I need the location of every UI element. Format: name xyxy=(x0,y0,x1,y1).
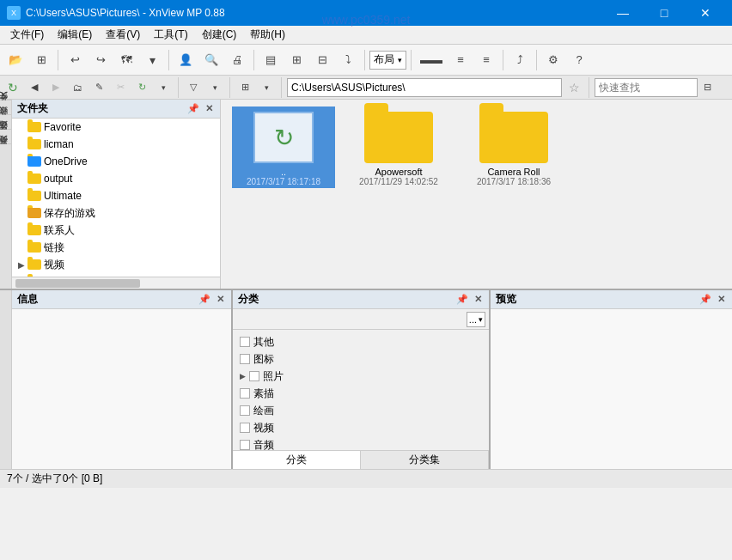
cat-tab-classifyset[interactable]: 分类集 xyxy=(361,451,489,469)
category-panel: 分类 📌 ✕ ... ▾ 其他 图标 xyxy=(233,290,491,469)
tb-nav-button[interactable]: 🗺 xyxy=(114,48,138,72)
menu-help[interactable]: 帮助(H) xyxy=(243,26,292,44)
tab-filter2[interactable]: 筛选器 xyxy=(0,129,11,143)
tb-nav2-button[interactable]: ▾ xyxy=(140,48,164,72)
menu-create[interactable]: 创建(C) xyxy=(195,26,244,44)
cat-check-video[interactable] xyxy=(240,423,250,433)
cat-check-photo[interactable] xyxy=(249,371,259,381)
tb-person-button[interactable]: 👤 xyxy=(174,48,198,72)
addr-forward-button[interactable]: ▶ xyxy=(46,78,65,97)
tb-export-button[interactable]: ⤴ xyxy=(508,48,532,72)
tb-view2-button[interactable]: ⊞ xyxy=(284,48,308,72)
folder-icon-ultimate xyxy=(27,189,41,203)
file-item-cameraroll[interactable]: Camera Roll 2017/3/17 18:18:36 xyxy=(458,107,570,188)
tree-hscroll[interactable] xyxy=(12,277,220,289)
file-tree-scroll[interactable]: Favorite licman OneDrive output xyxy=(12,119,220,277)
tb-open-button[interactable]: 📂 xyxy=(3,48,27,72)
preview-pin-button[interactable]: 📌 xyxy=(699,294,711,306)
quick-search-input[interactable] xyxy=(595,78,698,97)
cat-item-icon[interactable]: 图标 xyxy=(236,350,485,368)
cat-tab-classify[interactable]: 分类 xyxy=(233,451,361,469)
close-button[interactable]: ✕ xyxy=(686,0,725,26)
tb-view3-button[interactable]: ⊟ xyxy=(310,48,334,72)
file-item-back[interactable]: ↻ .. 2017/3/17 18:17:18 xyxy=(228,107,339,188)
cat-check-other[interactable] xyxy=(240,337,250,347)
cat-check-sketch[interactable] xyxy=(240,388,250,399)
expand-photo[interactable]: ▶ xyxy=(240,372,246,380)
tree-item-links[interactable]: 链接 xyxy=(12,239,220,256)
tb-forward-button[interactable]: ↪ xyxy=(88,48,113,72)
info-header: 信息 📌 ✕ xyxy=(12,290,231,309)
addr-back-button[interactable]: ◀ xyxy=(25,78,44,97)
menu-file[interactable]: 文件(F) xyxy=(3,26,51,44)
addr-layout2-button[interactable]: ▾ xyxy=(257,78,276,97)
tb-size2-button[interactable]: ≡ xyxy=(448,48,473,72)
tb-import-button[interactable]: ⤵ xyxy=(336,48,360,72)
file-tree-pin-button[interactable]: 📌 xyxy=(187,103,199,115)
cat-check-audio[interactable] xyxy=(240,440,250,450)
info-close-button[interactable]: ✕ xyxy=(214,294,226,306)
cat-item-sketch[interactable]: 素描 xyxy=(236,385,485,402)
tb-help-button[interactable]: ? xyxy=(567,48,591,72)
tree-item-favorite[interactable]: Favorite xyxy=(12,119,220,136)
cat-item-other[interactable]: 其他 xyxy=(236,333,485,350)
tb-size1-button[interactable]: ▬▬ xyxy=(416,48,447,72)
expand-video[interactable]: ▶ xyxy=(15,259,27,271)
addr-filter-button[interactable]: ▽ xyxy=(184,78,203,97)
addr-dropdown-button[interactable]: ▾ xyxy=(154,78,173,97)
category-close-button[interactable]: ✕ xyxy=(472,294,484,306)
addr-search-mode-button[interactable]: ⊟ xyxy=(700,78,714,97)
tb-view1-button[interactable]: ▤ xyxy=(259,48,283,72)
tree-item-output[interactable]: output xyxy=(12,170,220,187)
menu-view[interactable]: 查看(V) xyxy=(99,26,147,44)
category-pin-button[interactable]: 📌 xyxy=(456,294,468,306)
right-panel: ↻ .. 2017/3/17 18:17:18 Apowersoft 2017/… xyxy=(221,100,732,289)
addr-refresh-button[interactable]: ↻ xyxy=(3,78,22,97)
tab-collect[interactable]: 收藏 xyxy=(0,114,11,129)
cat-item-painting[interactable]: 绘画 xyxy=(236,402,485,419)
addr-layout-button[interactable]: ⊞ xyxy=(235,78,254,97)
tb-back-button[interactable]: ↩ xyxy=(63,48,87,72)
file-content[interactable]: ↻ .. 2017/3/17 18:17:18 Apowersoft 2017/… xyxy=(221,100,732,289)
tree-item-savedgames[interactable]: 保存的游戏 xyxy=(12,204,220,222)
addr-filter2-button[interactable]: ▾ xyxy=(205,78,224,97)
tab-files[interactable]: 文件夹 xyxy=(0,100,11,114)
cat-item-audio[interactable]: 音频 xyxy=(236,436,485,450)
menu-tools[interactable]: 工具(T) xyxy=(147,26,194,44)
tb-thumbnail-button[interactable]: ⊞ xyxy=(29,48,53,72)
tb-size3-button[interactable]: ≡ xyxy=(474,48,498,72)
cat-check-icon[interactable] xyxy=(240,354,250,364)
maximize-button[interactable]: □ xyxy=(644,0,684,26)
category-dropdown[interactable]: ... ▾ xyxy=(467,312,485,327)
bookmark-star[interactable]: ☆ xyxy=(564,78,583,97)
preview-close-button[interactable]: ✕ xyxy=(715,294,727,306)
file-tree-close-button[interactable]: ✕ xyxy=(203,103,215,115)
toolbar-sep-2 xyxy=(168,50,169,70)
app-icon: X xyxy=(7,6,21,20)
category-header: 分类 📌 ✕ xyxy=(233,290,489,309)
tb-settings-button[interactable]: ⚙ xyxy=(541,48,565,72)
menu-edit[interactable]: 编辑(E) xyxy=(51,26,99,44)
addr-cut-button[interactable]: ✂ xyxy=(111,78,130,97)
addr-nav2-button[interactable]: ↻ xyxy=(132,78,151,97)
tree-item-licman[interactable]: licman xyxy=(12,136,220,153)
minimize-button[interactable]: — xyxy=(603,0,643,26)
cat-check-painting[interactable] xyxy=(240,405,250,416)
addr-edit-button[interactable]: ✎ xyxy=(89,78,108,97)
tb-print-button[interactable]: 🖨 xyxy=(225,48,249,72)
address-input[interactable] xyxy=(287,78,562,97)
cat-item-video[interactable]: 视频 xyxy=(236,419,485,436)
layout-dropdown[interactable]: 布局 ▾ xyxy=(369,51,406,70)
tree-item-video[interactable]: ▶ 视频 xyxy=(12,256,220,273)
tree-item-onedrive[interactable]: OneDrive xyxy=(12,153,220,170)
info-pin-button[interactable]: 📌 xyxy=(198,294,210,306)
cat-item-photo[interactable]: ▶ 照片 xyxy=(236,368,485,385)
toolbar-sep-7 xyxy=(536,50,537,70)
tab-classify[interactable]: 分类器 xyxy=(0,143,11,158)
tree-item-ultimate[interactable]: Ultimate xyxy=(12,187,220,204)
file-item-apowersoft[interactable]: Apowersoft 2017/11/29 14:02:52 xyxy=(343,107,454,188)
folder-icon-video xyxy=(27,258,41,271)
addr-up-button[interactable]: 🗂 xyxy=(68,78,87,97)
tb-search-button[interactable]: 🔍 xyxy=(199,48,223,72)
tree-item-contacts[interactable]: 联系人 xyxy=(12,222,220,239)
